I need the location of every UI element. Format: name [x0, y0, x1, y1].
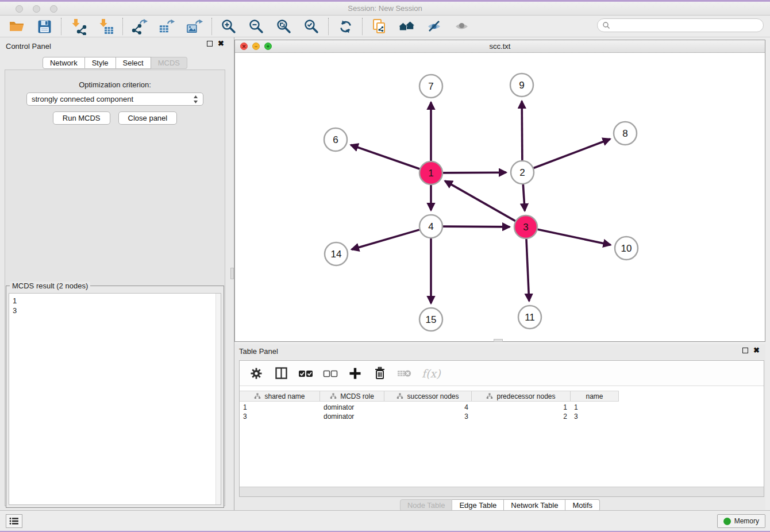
table-panel-title: Table Panel	[239, 347, 278, 356]
export-network-icon[interactable]	[131, 18, 148, 35]
zoom-in-icon[interactable]	[220, 18, 237, 35]
hierarchy-icon	[330, 393, 337, 399]
task-history-button[interactable]	[6, 514, 22, 528]
cell-successor_nodes: 4	[384, 403, 472, 412]
control-panel: Control Panel ✖ Network Style Select MCD…	[0, 37, 230, 513]
screen: Session: New Session	[0, 0, 770, 532]
table-row-1[interactable]: 1dominator411	[240, 403, 619, 412]
hide-selected-icon[interactable]	[426, 18, 443, 35]
graph-edge-4-3[interactable]	[443, 226, 510, 227]
cell-successor_nodes: 3	[384, 412, 472, 421]
settings-gear-icon[interactable]	[249, 366, 264, 381]
graph-node-label-3: 3	[523, 222, 528, 233]
graph-edge-3-11[interactable]	[526, 239, 529, 301]
tab-select[interactable]: Select	[116, 57, 151, 69]
search-input[interactable]	[610, 21, 754, 29]
criterion-dropdown[interactable]: strongly connected component	[26, 92, 203, 106]
graph-edge-3-10[interactable]	[538, 229, 611, 245]
network-window-titlebar[interactable]: ✕ − + scc.txt	[235, 40, 765, 53]
list-icon	[9, 517, 19, 525]
table-panel-float-icon[interactable]	[742, 348, 748, 353]
table-header-row: shared nameMCDS rolesuccessor nodesprede…	[240, 391, 619, 402]
graph-edge-1-2[interactable]	[443, 172, 506, 173]
panel-splitter[interactable]	[230, 37, 234, 513]
window-title: Session: New Session	[0, 4, 770, 13]
zoom-out-icon[interactable]	[248, 18, 265, 35]
network-canvas[interactable]: 1234678910111415	[235, 53, 765, 341]
column-header-successor_nodes[interactable]: successor nodes	[384, 391, 472, 401]
export-table-icon[interactable]	[159, 18, 176, 35]
table-panel-close-icon[interactable]: ✖	[753, 348, 760, 353]
import-table-icon[interactable]	[97, 18, 114, 35]
tab-mcds[interactable]: MCDS	[151, 57, 187, 69]
table-row-3[interactable]: 3dominator323	[240, 412, 619, 421]
tab-network[interactable]: Network	[43, 57, 85, 69]
mcds-result-scrollbar[interactable]	[215, 294, 221, 504]
hierarchy-icon	[486, 393, 493, 399]
main-titlebar: Session: New Session	[0, 2, 770, 16]
column-header-mcds_role[interactable]: MCDS role	[320, 391, 384, 401]
main-toolbar	[0, 16, 770, 37]
function-builder-icon[interactable]: f(x)	[422, 367, 441, 380]
zoom-selected-icon[interactable]	[303, 18, 320, 35]
network-resize-grip[interactable]	[494, 339, 503, 342]
tab-edge-table[interactable]: Edge Table	[452, 499, 504, 511]
show-all-icon[interactable]	[453, 18, 471, 35]
column-header-label: successor nodes	[407, 392, 459, 400]
cell-mcds_role: dominator	[320, 412, 384, 421]
graph-node-label-9: 9	[519, 80, 524, 91]
control-panel-float-icon[interactable]	[207, 41, 213, 47]
splitter-grip[interactable]	[230, 268, 234, 279]
graph-node-label-11: 11	[525, 312, 535, 323]
import-network-icon[interactable]	[70, 18, 87, 35]
graph-edge-2-8[interactable]	[534, 139, 610, 168]
graph-edge-4-14[interactable]	[352, 230, 419, 249]
graph-edge-1-6[interactable]	[351, 145, 419, 169]
memory-label: Memory	[734, 517, 759, 525]
column-header-shared_name[interactable]: shared name	[240, 391, 320, 401]
open-session-icon[interactable]	[8, 18, 25, 35]
clear-table-icon[interactable]	[397, 366, 412, 381]
table-scrollbar[interactable]	[240, 487, 764, 496]
tab-style[interactable]: Style	[85, 57, 116, 69]
control-panel-close-icon[interactable]: ✖	[218, 41, 224, 47]
graph-node-label-1: 1	[428, 168, 433, 179]
hierarchy-icon	[254, 393, 261, 399]
run-mcds-button[interactable]: Run MCDS	[53, 111, 110, 125]
export-image-icon[interactable]	[186, 18, 203, 35]
tab-node-table[interactable]: Node Table	[400, 499, 453, 511]
status-bar: Memory	[0, 510, 770, 531]
cell-mcds_role: dominator	[320, 403, 384, 412]
copy-style-icon[interactable]	[371, 18, 388, 35]
refresh-layout-icon[interactable]	[337, 18, 354, 35]
tab-network-table[interactable]: Network Table	[504, 499, 565, 511]
zoom-fit-icon[interactable]	[275, 18, 292, 35]
graph-edge-2-3[interactable]	[523, 184, 525, 211]
memory-button[interactable]: Memory	[717, 514, 765, 528]
graph-node-label-4: 4	[428, 221, 433, 232]
cell-shared_name: 3	[240, 412, 320, 421]
column-header-label: shared name	[264, 392, 305, 400]
mcds-result-fieldset: MCDS result (2 nodes) 1 3	[6, 286, 224, 508]
delete-row-icon[interactable]	[372, 366, 387, 381]
close-panel-button[interactable]: Close panel	[118, 111, 178, 125]
deselect-all-rows-icon[interactable]	[323, 366, 338, 381]
column-header-name[interactable]: name	[571, 391, 619, 401]
graph-node-label-6: 6	[333, 134, 338, 145]
graph-node-label-2: 2	[519, 167, 525, 178]
add-row-icon[interactable]	[348, 366, 363, 381]
save-session-icon[interactable]	[36, 18, 53, 35]
column-header-predecessor_nodes[interactable]: predecessor nodes	[472, 391, 571, 401]
table-panel: Table Panel ✖	[234, 344, 765, 513]
cell-shared_name: 1	[240, 403, 320, 412]
control-panel-title: Control Panel	[6, 42, 51, 51]
column-header-label: predecessor nodes	[496, 392, 555, 400]
mcds-result-text[interactable]: 1 3	[9, 293, 221, 505]
select-all-rows-icon[interactable]	[298, 366, 313, 381]
dropdown-stepper-icon	[193, 95, 198, 104]
show-columns-icon[interactable]	[274, 366, 288, 381]
graph-edge-3-1[interactable]	[445, 181, 515, 221]
graph-edge-2-9[interactable]	[522, 101, 522, 160]
tab-motifs[interactable]: Motifs	[565, 499, 600, 511]
first-neighbors-icon[interactable]	[398, 18, 415, 35]
